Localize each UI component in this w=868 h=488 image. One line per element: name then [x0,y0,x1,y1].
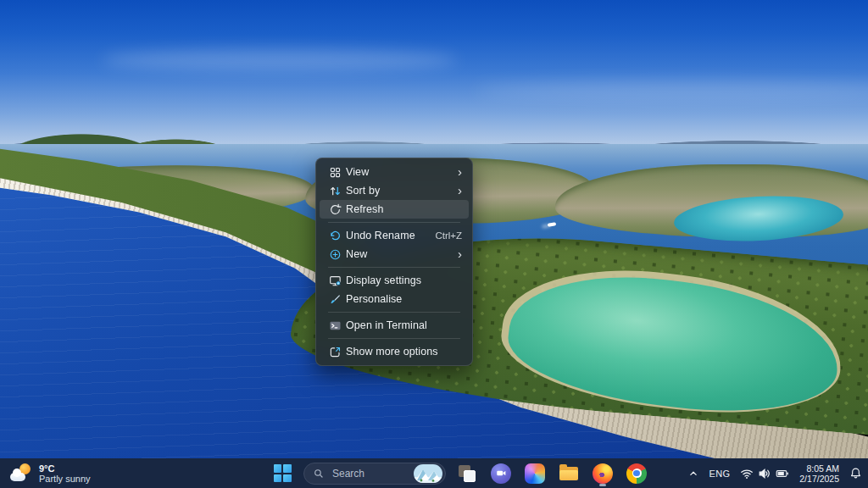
show-more-icon [328,345,342,358]
menu-separator [328,222,460,223]
search-input[interactable] [331,467,414,480]
wallpaper-cloud [102,49,458,71]
menu-item-view[interactable]: View › [320,163,469,181]
weather-condition: Partly sunny [39,474,91,484]
chevron-right-icon: › [458,184,462,197]
chevron-right-icon: › [458,165,462,178]
desktop-context-menu: View › Sort by › Refresh [315,158,473,366]
new-plus-icon [328,247,342,261]
windows-start-icon [274,464,292,482]
copilot-icon [525,463,545,484]
running-indicator [599,484,606,486]
copilot-button[interactable] [522,461,548,486]
menu-item-shortcut: Ctrl+Z [435,230,462,241]
quick-settings-button[interactable] [736,462,793,485]
taskbar-search-box[interactable] [303,463,446,485]
menu-separator [328,312,460,313]
menu-item-new[interactable]: New › [320,245,469,263]
chevron-right-icon: › [458,247,462,260]
personalise-brush-icon [328,292,342,306]
menu-item-label: Display settings [346,274,462,286]
tray-time: 8:05 AM [806,463,839,474]
menu-item-refresh[interactable]: Refresh [320,200,469,219]
menu-item-display-settings[interactable]: Display settings [320,271,469,290]
undo-icon [328,229,342,242]
hidden-icons-button[interactable] [683,462,704,485]
menu-item-label: Personalise [346,293,462,305]
battery-icon [776,467,789,480]
menu-item-label: Refresh [346,203,462,215]
menu-item-show-more-options[interactable]: Show more options [320,342,469,361]
menu-separator [328,338,460,339]
chat-icon [491,463,511,484]
task-view-icon [457,463,477,484]
mountains-thumbnail-icon[interactable] [414,464,442,483]
tray-date: 2/17/2025 [799,474,839,484]
clock-button[interactable]: 8:05 AM 2/17/2025 [793,462,845,485]
speaker-icon [758,467,771,480]
folder-icon [559,463,579,484]
partly-sunny-icon [10,463,32,485]
firefox-button[interactable] [590,461,615,486]
taskbar: 9°C Partly sunny [0,458,868,488]
menu-item-undo-rename[interactable]: Undo Rename Ctrl+Z [320,226,469,245]
chrome-icon [626,463,647,484]
refresh-icon [328,202,342,216]
chevron-up-icon [687,468,699,480]
weather-temperature: 9°C [39,463,91,474]
menu-item-label: New [346,248,458,260]
notification-center-button[interactable] [845,462,866,485]
display-settings-icon [328,274,342,287]
menu-item-label: Undo Rename [346,230,435,241]
search-icon [313,468,325,480]
wifi-icon [740,467,754,480]
menu-item-label: Show more options [346,346,462,358]
view-grid-icon [328,165,342,179]
firefox-icon [593,463,613,484]
terminal-icon [328,319,342,332]
bell-icon [849,467,862,480]
menu-item-open-in-terminal[interactable]: Open in Terminal [320,316,469,335]
task-view-button[interactable] [454,461,480,486]
start-button[interactable] [270,461,295,486]
taskbar-app-icons [454,461,649,486]
sort-arrows-icon [328,184,342,197]
chrome-button[interactable] [624,461,649,486]
menu-item-sort-by[interactable]: Sort by › [320,181,469,200]
desktop-screen: View › Sort by › Refresh [0,0,868,488]
weather-widget-button[interactable]: 9°C Partly sunny [3,458,97,488]
menu-item-label: Sort by [346,185,458,197]
menu-item-label: View [346,166,458,178]
system-tray: ENG [683,458,866,488]
menu-item-personalise[interactable]: Personalise [320,290,469,308]
chat-button[interactable] [488,461,514,486]
menu-item-label: Open in Terminal [346,319,462,331]
language-indicator[interactable]: ENG [704,462,737,485]
file-explorer-button[interactable] [556,461,581,486]
menu-separator [328,267,460,268]
